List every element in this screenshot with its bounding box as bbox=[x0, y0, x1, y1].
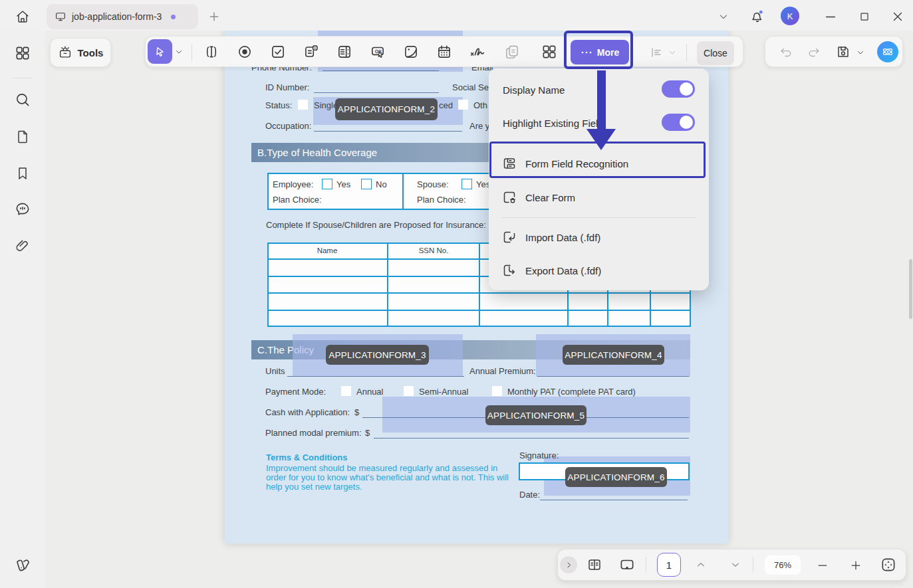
id-field-line[interactable] bbox=[314, 92, 439, 93]
field-name-badge: APPLICATIONFORM_6 bbox=[565, 467, 667, 487]
menu-item-export-data[interactable]: Export Data (.fdf) bbox=[525, 265, 601, 276]
maximize-button[interactable] bbox=[856, 8, 873, 25]
display-name-toggle[interactable] bbox=[662, 80, 695, 98]
monthly-pat-checkbox[interactable] bbox=[492, 386, 502, 396]
close-label: Close bbox=[704, 48, 727, 58]
menu-item-clear-form[interactable]: Clear Form bbox=[525, 192, 575, 203]
minimize-button[interactable] bbox=[822, 8, 839, 25]
close-form-mode-button[interactable]: Close bbox=[697, 41, 734, 65]
home-button[interactable] bbox=[12, 7, 33, 27]
notifications-button[interactable] bbox=[748, 7, 767, 25]
presenter-comment-icon bbox=[618, 556, 636, 573]
select-tool-dropdown[interactable] bbox=[174, 45, 184, 58]
tab-list-button[interactable] bbox=[716, 9, 731, 25]
employee-no-label: No bbox=[376, 179, 387, 189]
zoom-in-button[interactable] bbox=[847, 557, 864, 574]
page-number-input[interactable]: 1 bbox=[657, 553, 681, 577]
tab-title: job-application-form-3 bbox=[72, 11, 162, 22]
list-box-tool[interactable] bbox=[333, 41, 356, 63]
sidebar-attachments-button[interactable] bbox=[13, 237, 32, 255]
align-dropdown[interactable] bbox=[667, 46, 678, 59]
import-data-item-icon-wrap bbox=[501, 229, 518, 246]
occupation-field-line[interactable] bbox=[314, 131, 462, 132]
annual-checkbox[interactable] bbox=[341, 386, 351, 396]
annual-label: Annual bbox=[356, 387, 383, 397]
vertical-scrollbar[interactable] bbox=[909, 259, 912, 319]
annotation-box-form-field-recognition bbox=[489, 142, 706, 178]
zoom-value: 76% bbox=[774, 560, 791, 570]
employee-no-checkbox[interactable] bbox=[361, 179, 372, 189]
redo-button[interactable] bbox=[805, 43, 823, 61]
select-tool-button[interactable] bbox=[148, 39, 172, 64]
avatar[interactable]: K bbox=[781, 7, 799, 25]
reader-view-button[interactable] bbox=[585, 555, 604, 574]
combo-box-tool[interactable] bbox=[300, 41, 323, 63]
signature-field-tool[interactable] bbox=[466, 41, 489, 63]
copy-tool[interactable] bbox=[501, 41, 523, 63]
payment-mode-label: Payment Mode: bbox=[265, 387, 326, 397]
units-field-line[interactable] bbox=[287, 376, 464, 377]
previous-page-button[interactable] bbox=[693, 557, 709, 572]
attachment-icon bbox=[15, 238, 31, 254]
zoom-in-icon bbox=[849, 559, 862, 572]
text-field-tool[interactable] bbox=[200, 41, 223, 63]
close-window-button[interactable] bbox=[889, 8, 906, 25]
menu-item-display-name[interactable]: Display Name bbox=[503, 84, 565, 96]
field-name-badge: APPLICATIONFORM_3 bbox=[326, 345, 429, 365]
grid-layout-tool[interactable] bbox=[538, 41, 561, 63]
radio-button-tool[interactable] bbox=[233, 41, 256, 63]
image-field-tool[interactable] bbox=[400, 41, 422, 63]
chevron-down-icon bbox=[717, 11, 729, 23]
save-dropdown[interactable] bbox=[855, 46, 866, 59]
sidebar-bookmarks-button[interactable] bbox=[13, 164, 32, 183]
align-tool[interactable] bbox=[646, 43, 666, 62]
zoom-out-button[interactable] bbox=[814, 557, 831, 574]
sidebar-theme-button[interactable] bbox=[13, 555, 32, 574]
table-col-line bbox=[387, 243, 388, 327]
add-tab-button[interactable] bbox=[206, 9, 222, 25]
menu-item-import-data[interactable]: Import Data (.fdf) bbox=[525, 232, 600, 243]
terms-title: Terms & Conditions bbox=[266, 452, 348, 462]
date-field-line[interactable] bbox=[540, 500, 688, 500]
sidebar-thumbnails-button[interactable] bbox=[13, 128, 32, 146]
table-row-line bbox=[267, 310, 691, 311]
expand-nav-button[interactable] bbox=[560, 556, 577, 573]
other-label-fragment: Oth bbox=[473, 100, 487, 110]
annual-premium-field-line[interactable] bbox=[537, 376, 689, 377]
employee-yes-checkbox[interactable] bbox=[322, 179, 332, 189]
align-icon bbox=[649, 45, 664, 60]
highlight-existing-field-toggle[interactable] bbox=[662, 114, 695, 131]
tools-button[interactable]: Tools bbox=[50, 38, 111, 67]
col-header-ssn: SSN No. bbox=[388, 246, 479, 254]
ai-assistant-button[interactable] bbox=[877, 41, 898, 62]
save-button[interactable] bbox=[834, 43, 852, 61]
phone-field-line[interactable] bbox=[323, 70, 439, 71]
sidebar-search-button[interactable] bbox=[13, 90, 32, 109]
next-page-button[interactable] bbox=[727, 557, 743, 572]
planned-field-line[interactable] bbox=[374, 438, 689, 439]
tools-icon bbox=[58, 45, 72, 60]
app-window: Phone Number: Email ID Number: Social Se… bbox=[0, 0, 913, 588]
sidebar-panels-button[interactable] bbox=[13, 44, 32, 62]
zoom-level[interactable]: 76% bbox=[765, 555, 801, 575]
unsaved-dot bbox=[171, 15, 176, 19]
presenter-comment-button[interactable] bbox=[618, 555, 636, 574]
status-other-checkbox[interactable] bbox=[458, 100, 468, 110]
document-tab[interactable]: job-application-form-3 bbox=[47, 4, 198, 29]
avatar-initial: K bbox=[787, 11, 793, 21]
semi-annual-label: Semi-Annual bbox=[419, 387, 468, 397]
menu-item-highlight-existing-field[interactable]: Highlight Existing Field bbox=[503, 118, 604, 129]
checkbox-tool[interactable] bbox=[267, 41, 289, 63]
theme-swatches-icon bbox=[14, 556, 31, 573]
date-field-tool[interactable] bbox=[433, 41, 456, 63]
fit-screen-button[interactable] bbox=[879, 555, 898, 574]
status-single-checkbox[interactable] bbox=[298, 100, 308, 110]
push-button-tool[interactable]: OK bbox=[366, 41, 389, 63]
spouse-yes-checkbox[interactable] bbox=[461, 179, 472, 189]
semi-annual-checkbox[interactable] bbox=[404, 386, 414, 396]
undo-button[interactable] bbox=[777, 43, 795, 61]
sidebar-comments-button[interactable] bbox=[13, 199, 32, 218]
reader-view-icon bbox=[587, 557, 602, 573]
complete-note: Complete If Spouse/Children are Proposed… bbox=[266, 220, 486, 230]
bookmark-icon bbox=[15, 165, 31, 181]
